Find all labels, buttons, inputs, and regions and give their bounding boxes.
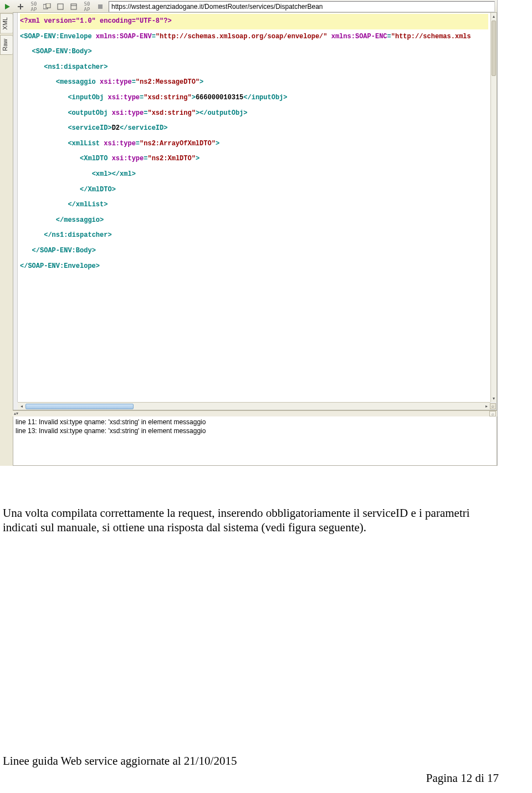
svg-rect-2 bbox=[18, 6, 23, 7]
validation-line: line 13: Invalid xsi:type qname: 'xsd:st… bbox=[16, 426, 494, 435]
scroll-right-icon[interactable]: ▸ bbox=[483, 403, 490, 410]
toolbar: S0AP S0AP bbox=[0, 0, 497, 13]
editor-wrap: <?xml version="1.0" encoding="UTF-8"?> <… bbox=[13, 12, 497, 410]
svg-rect-5 bbox=[58, 4, 63, 9]
page-number: Pagina 12 di 17 bbox=[426, 771, 499, 785]
svg-rect-6 bbox=[71, 4, 76, 9]
scroll-up-icon[interactable]: ▴ bbox=[491, 13, 497, 20]
scroll-left-icon[interactable]: ◂ bbox=[18, 403, 25, 410]
search-button[interactable]: ⌕ bbox=[489, 411, 496, 416]
soap-icon-2[interactable]: S0AP bbox=[82, 2, 92, 12]
tab-xml[interactable]: XML bbox=[0, 13, 13, 34]
collapse-icon[interactable]: ▴▾ bbox=[14, 411, 18, 416]
xml-editor[interactable]: <?xml version="1.0" encoding="UTF-8"?> <… bbox=[18, 13, 490, 402]
tab-raw[interactable]: Raw bbox=[0, 35, 13, 55]
svg-rect-4 bbox=[46, 3, 50, 8]
scroll-thumb-v[interactable] bbox=[492, 21, 496, 76]
scroll-thumb-h[interactable] bbox=[25, 404, 134, 409]
search-icon[interactable]: ⌕ bbox=[490, 403, 496, 409]
svg-marker-0 bbox=[5, 4, 10, 9]
validation-messages: line 11: Invalid xsi:type qname: 'xsd:st… bbox=[13, 416, 497, 466]
add-button[interactable] bbox=[16, 2, 25, 12]
document-paragraph: Una volta compilata correttamente la req… bbox=[3, 506, 496, 535]
attachment-button[interactable] bbox=[95, 2, 105, 12]
submit-button[interactable] bbox=[2, 2, 12, 12]
validation-line: line 11: Invalid xsi:type qname: 'xsd:st… bbox=[16, 418, 494, 426]
url-input[interactable] bbox=[109, 1, 495, 12]
window-button[interactable] bbox=[55, 2, 65, 12]
scroll-down-icon[interactable]: ▾ bbox=[491, 395, 497, 402]
form-button[interactable] bbox=[69, 2, 79, 12]
editor-gutter bbox=[13, 13, 18, 402]
horizontal-scrollbar[interactable]: ◂ ▸ bbox=[18, 402, 490, 410]
vertical-scrollbar[interactable]: ▴ ▾ bbox=[490, 13, 497, 402]
soapui-panel: S0AP S0AP XML Raw <?xml version="1.0" en… bbox=[0, 0, 498, 466]
svg-rect-8 bbox=[98, 4, 103, 9]
side-tabs: XML Raw bbox=[0, 12, 13, 68]
footer-title: Linee guida Web service aggiornate al 21… bbox=[3, 754, 237, 768]
soap-icon[interactable]: S0AP bbox=[29, 2, 39, 12]
clone-button[interactable] bbox=[42, 2, 52, 12]
